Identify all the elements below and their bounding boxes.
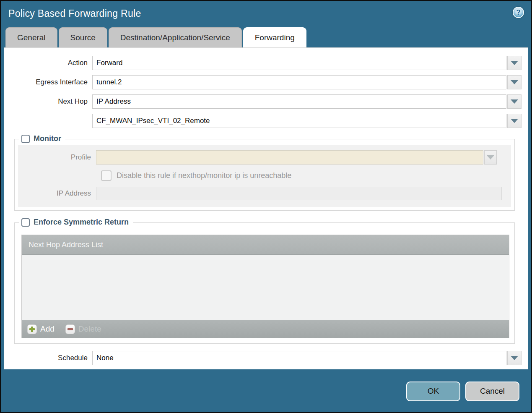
next-hop-address-row: CF_MWAN_IPsec_VTI_02_Remote <box>4 114 522 128</box>
profile-row: Profile <box>18 150 505 165</box>
cancel-button[interactable]: Cancel <box>465 382 519 401</box>
minus-icon <box>65 324 75 334</box>
next-hop-row: Next Hop IP Address <box>4 94 522 109</box>
action-label: Action <box>4 59 92 67</box>
chevron-down-icon <box>487 155 494 159</box>
egress-interface-input[interactable]: tunnel.2 <box>92 75 506 89</box>
forwarding-tab-panel: Action Forward Egress Interface tunnel.2… <box>4 47 528 369</box>
monitor-label: Monitor <box>34 134 61 143</box>
help-icon[interactable]: ? <box>513 7 524 18</box>
add-button[interactable]: Add <box>27 324 54 334</box>
chevron-down-icon <box>511 99 518 104</box>
next-hop-address-list-header: Next Hop Address List <box>22 235 509 255</box>
monitor-section: Monitor Profile Disable this rule if nex… <box>14 139 515 211</box>
chevron-down-icon <box>511 119 518 123</box>
tab-forwarding[interactable]: Forwarding <box>243 27 306 47</box>
next-hop-address-input[interactable]: CF_MWAN_IPsec_VTI_02_Remote <box>92 114 506 128</box>
disable-rule-checkbox[interactable] <box>101 170 112 181</box>
chevron-down-icon <box>511 61 518 65</box>
next-hop-label: Next Hop <box>4 97 92 106</box>
tab-destination-application-service[interactable]: Destination/Application/Service <box>109 27 242 47</box>
enforce-symmetric-return-checkbox[interactable] <box>21 218 30 227</box>
monitor-ip-address-input <box>96 187 502 200</box>
action-row: Action Forward <box>4 56 522 70</box>
enforce-symmetric-return-label: Enforce Symmetric Return <box>34 218 129 227</box>
chevron-down-icon <box>511 356 518 360</box>
enforce-symmetric-return-legend: Enforce Symmetric Return <box>19 218 133 227</box>
action-input[interactable]: Forward <box>92 56 506 70</box>
profile-dropdown-button <box>484 150 497 165</box>
pbf-rule-dialog: Policy Based Forwarding Rule ? General S… <box>0 0 532 413</box>
delete-button: Delete <box>65 324 101 334</box>
next-hop-type-dropdown-button[interactable] <box>507 94 522 109</box>
profile-input <box>96 150 483 165</box>
schedule-input[interactable]: None <box>92 351 506 365</box>
disable-rule-row: Disable this rule if nexthop/monitor ip … <box>101 170 505 181</box>
monitor-ip-address-label: IP Address <box>18 189 96 198</box>
schedule-dropdown-button[interactable] <box>507 351 522 365</box>
schedule-label: Schedule <box>4 354 92 362</box>
ok-button[interactable]: OK <box>406 382 460 401</box>
dialog-footer: OK Cancel <box>1 371 531 412</box>
monitor-legend: Monitor <box>19 134 65 143</box>
chevron-down-icon <box>511 80 518 84</box>
egress-interface-label: Egress Interface <box>4 78 92 86</box>
next-hop-address-list-toolbar: Add Delete <box>22 320 509 338</box>
plus-icon <box>27 324 37 334</box>
next-hop-address-list-body[interactable] <box>22 255 509 320</box>
delete-button-label: Delete <box>78 324 101 334</box>
profile-label: Profile <box>18 153 96 162</box>
monitor-ip-address-row: IP Address <box>18 187 505 200</box>
enforce-symmetric-return-section: Enforce Symmetric Return Next Hop Addres… <box>14 222 515 344</box>
monitor-checkbox[interactable] <box>21 135 30 143</box>
egress-interface-row: Egress Interface tunnel.2 <box>4 75 522 89</box>
disable-rule-label: Disable this rule if nexthop/monitor ip … <box>117 171 291 180</box>
next-hop-address-list-table: Next Hop Address List Add Delete <box>21 235 509 338</box>
next-hop-address-dropdown-button[interactable] <box>507 114 522 128</box>
next-hop-type-input[interactable]: IP Address <box>92 94 506 109</box>
add-button-label: Add <box>40 324 54 334</box>
titlebar: Policy Based Forwarding Rule ? <box>1 1 531 27</box>
egress-interface-dropdown-button[interactable] <box>507 75 522 89</box>
action-dropdown-button[interactable] <box>507 56 522 70</box>
page-title: Policy Based Forwarding Rule <box>8 8 141 19</box>
monitor-panel: Profile Disable this rule if nexthop/mon… <box>18 145 511 207</box>
schedule-row: Schedule None <box>4 351 522 365</box>
tab-source[interactable]: Source <box>59 27 107 47</box>
tab-bar: General Source Destination/Application/S… <box>1 27 531 47</box>
tab-general[interactable]: General <box>5 27 57 47</box>
